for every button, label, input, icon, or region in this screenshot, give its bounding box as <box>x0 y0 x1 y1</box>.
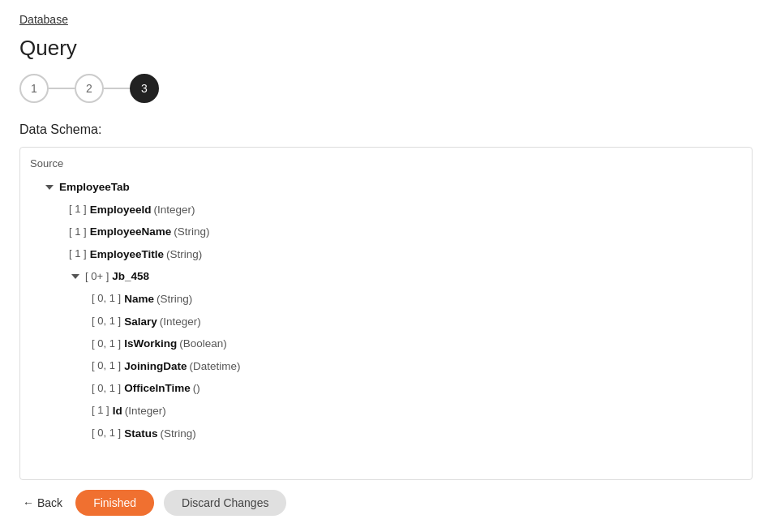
footer-bar: ← Back Finished Discard Changes <box>19 480 753 519</box>
step-2[interactable]: 2 <box>75 74 104 103</box>
field-joiningdate: [ 0, 1 ] JoiningDate (Datetime) <box>20 355 752 378</box>
tree-node-jb458[interactable]: [ 0+ ] Jb_458 <box>20 265 752 288</box>
schema-container: Source EmployeeTab [ 1 ] EmployeeId (Int… <box>19 147 753 480</box>
step-connector-2 <box>104 88 130 89</box>
multiplicity-status: [ 0, 1 ] <box>92 425 121 442</box>
source-label: Source <box>20 157 752 176</box>
multiplicity-name: [ 0, 1 ] <box>92 290 121 307</box>
multiplicity-employeeid: [ 1 ] <box>69 201 87 218</box>
name-employeeid: EmployeeId <box>90 201 152 219</box>
back-button[interactable]: ← Back <box>19 490 66 516</box>
type-id: (Integer) <box>125 402 166 420</box>
field-status: [ 0, 1 ] Status (String) <box>20 423 752 445</box>
name-salary: Salary <box>124 313 157 331</box>
multiplicity-joiningdate: [ 0, 1 ] <box>92 358 121 375</box>
name-jb458: Jb_458 <box>112 268 149 285</box>
section-label: Data Schema: <box>19 122 753 137</box>
field-officeintime: [ 0, 1 ] OfficeInTime () <box>20 377 752 400</box>
type-name: (String) <box>157 290 192 308</box>
field-employeetitle: [ 1 ] EmployeeTitle (String) <box>20 243 752 266</box>
breadcrumb-link[interactable]: Database <box>19 13 68 26</box>
field-id: [ 1 ] Id (Integer) <box>20 400 752 423</box>
stepper: 1 2 3 <box>19 74 753 103</box>
field-employeename: [ 1 ] EmployeeName (String) <box>20 221 752 243</box>
step-3[interactable]: 3 <box>130 74 159 103</box>
name-employeename: EmployeeName <box>90 223 172 241</box>
name-id: Id <box>113 402 122 420</box>
node-name-employeetab: EmployeeTab <box>59 178 130 196</box>
step-1[interactable]: 1 <box>19 74 49 103</box>
field-salary: [ 0, 1 ] Salary (Integer) <box>20 311 752 333</box>
chevron-down-icon <box>45 185 54 190</box>
discard-button[interactable]: Discard Changes <box>164 490 286 516</box>
back-arrow-icon: ← <box>23 496 34 509</box>
toggle-employeetab-icon[interactable] <box>43 181 56 194</box>
type-employeeid: (Integer) <box>153 201 195 219</box>
type-employeename: (String) <box>174 223 209 241</box>
name-joiningdate: JoiningDate <box>124 358 187 375</box>
type-officeintime: () <box>193 380 200 397</box>
step-connector-1 <box>49 88 75 89</box>
name-status: Status <box>124 425 157 443</box>
field-name: [ 0, 1 ] Name (String) <box>20 288 752 311</box>
type-employeetitle: (String) <box>166 246 202 264</box>
page-title: Query <box>19 36 753 61</box>
field-employeeid: [ 1 ] EmployeeId (Integer) <box>20 199 752 221</box>
field-isworking: [ 0, 1 ] IsWorking (Boolean) <box>20 332 752 355</box>
multiplicity-salary: [ 0, 1 ] <box>92 313 121 330</box>
multiplicity-jb458: [ 0+ ] <box>85 268 109 285</box>
finished-button[interactable]: Finished <box>75 490 154 516</box>
multiplicity-id: [ 1 ] <box>92 402 109 419</box>
multiplicity-employeename: [ 1 ] <box>69 224 87 241</box>
tree-node-employeetab[interactable]: EmployeeTab <box>20 176 752 199</box>
name-isworking: IsWorking <box>124 335 177 353</box>
chevron-down-icon <box>71 274 79 279</box>
name-name: Name <box>124 290 154 308</box>
multiplicity-employeetitle: [ 1 ] <box>69 246 87 263</box>
type-joiningdate: (Datetime) <box>189 358 240 375</box>
name-employeetitle: EmployeeTitle <box>90 246 164 264</box>
breadcrumb: Database <box>19 13 753 26</box>
multiplicity-isworking: [ 0, 1 ] <box>92 336 121 353</box>
multiplicity-officeintime: [ 0, 1 ] <box>92 380 121 397</box>
toggle-jb458-icon[interactable] <box>69 270 82 283</box>
type-status: (String) <box>160 425 195 443</box>
type-isworking: (Boolean) <box>179 335 227 353</box>
type-salary: (Integer) <box>160 313 201 331</box>
name-officeintime: OfficeInTime <box>124 380 191 397</box>
page-wrapper: Database Query 1 2 3 Data Schema: Source… <box>0 0 772 532</box>
